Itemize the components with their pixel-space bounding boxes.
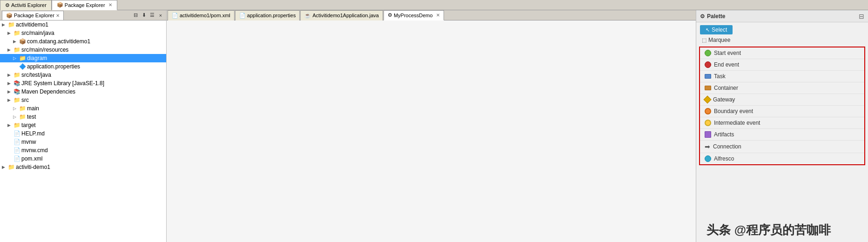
label-pom: pom.xml [21, 155, 42, 162]
start-event-icon [705, 50, 711, 56]
label-diagram: diagram [27, 55, 47, 61]
arrow-com-datang: ▶ [13, 39, 18, 44]
palette-select-button[interactable]: ↖ Select [700, 25, 733, 34]
sidebar-package-label: Package Explorer [14, 13, 54, 18]
icon-jre: 📚 [13, 80, 20, 87]
top-tab-bar: ⚙ Activiti Explorer 📦 Package Explorer ✕ [0, 0, 868, 10]
palette-item-gateway[interactable]: Gateway [700, 94, 864, 106]
palette-item-artifacts[interactable]: Artifacts [700, 129, 864, 141]
collapse-icon[interactable]: ⊟ [132, 12, 139, 19]
boundary-event-icon [705, 108, 711, 114]
icon-target: 📁 [13, 122, 20, 128]
sidebar-tree: ▶ 📁 activitidemo1 ▶ 📁 src/main/java ▶ 📦 … [0, 20, 166, 242]
editor-area: 📄 activitidemo1/pom.xml 📄 application.pr… [167, 10, 696, 242]
editor-tab-app-java[interactable]: ☕ Activitidemo1Application.java [300, 10, 383, 20]
label-jre: JRE System Library [JavaSE-1.8] [21, 80, 104, 87]
tree-item-src-main-java[interactable]: ▶ 📁 src/main/java [0, 29, 166, 37]
palette-item-task[interactable]: Task [700, 71, 864, 82]
tree-item-pom[interactable]: 📄 pom.xml [0, 155, 166, 163]
tab-pom-label: activitidemo1/pom.xml [180, 13, 230, 18]
label-main: main [27, 105, 39, 112]
sidebar: 📦 Package Explorer ✕ ⊟ ⬇ ☰ × ▶ 📁 activit… [0, 10, 167, 242]
tree-item-application-props[interactable]: 🔷 application.properties [0, 62, 166, 71]
close-icon[interactable]: × [157, 12, 164, 19]
end-event-label: End event [714, 61, 739, 68]
alfresco-icon [705, 155, 711, 162]
icon-com-datang: 📦 [19, 38, 26, 45]
editor-tab-pom[interactable]: 📄 activitidemo1/pom.xml [168, 10, 235, 20]
cursor-icon: ↖ [706, 27, 710, 33]
icon-src: 📁 [13, 97, 20, 103]
tree-item-main[interactable]: ▷ 📁 main [0, 104, 166, 113]
editor-tabs-bar: 📄 activitidemo1/pom.xml 📄 application.pr… [167, 10, 696, 20]
palette-item-intermediate-event[interactable]: Intermediate event [700, 117, 864, 129]
tab-myprocess-label: MyProcessDemo [394, 13, 433, 18]
tree-item-com-datang[interactable]: ▶ 📦 com.datang.activitidemo1 [0, 37, 166, 46]
alfresco-label: Alfresco [714, 155, 734, 162]
sidebar-tab-package-explorer[interactable]: 📦 Package Explorer ✕ [2, 11, 64, 20]
tab-app-java-icon: ☕ [304, 13, 311, 19]
start-event-label: Start event [714, 50, 741, 56]
icon-maven: 📚 [13, 88, 20, 95]
palette-item-alfresco[interactable]: Alfresco [700, 153, 864, 164]
tree-item-src[interactable]: ▶ 📁 src [0, 96, 166, 104]
icon-mvnw: 📄 [13, 139, 20, 145]
boundary-event-label: Boundary event [714, 108, 753, 114]
tree-item-src-test-java[interactable]: ▶ 📁 src/test/java [0, 71, 166, 79]
editor-tab-myprocess[interactable]: ⚙ MyProcessDemo ✕ [384, 10, 444, 20]
tab-activiti-explorer[interactable]: ⚙ Activiti Explorer [0, 0, 52, 10]
task-icon [705, 74, 711, 79]
tab-pom-icon: 📄 [172, 13, 178, 19]
label-application-props: application.properties [27, 63, 80, 70]
palette-item-connection[interactable]: ➡ Connection [700, 141, 864, 153]
arrow-maven: ▶ [7, 89, 12, 94]
label-test: test [27, 114, 36, 120]
tree-item-help[interactable]: 📄 HELP.md [0, 129, 166, 138]
palette-item-end-event[interactable]: End event [700, 59, 864, 71]
sidebar-package-icon: 📦 [6, 13, 13, 19]
tab-myprocess-close[interactable]: ✕ [436, 13, 440, 18]
tree-item-test[interactable]: ▷ 📁 test [0, 113, 166, 121]
tab-app-java-label: Activitidemo1Application.java [312, 13, 378, 18]
tab-package-explorer[interactable]: 📦 Package Explorer ✕ [52, 0, 117, 10]
label-com-datang: com.datang.activitidemo1 [27, 38, 90, 45]
palette-item-boundary-event[interactable]: Boundary event [700, 106, 864, 117]
tree-item-target[interactable]: ▶ 📁 target [0, 121, 166, 129]
tree-item-src-main-resources[interactable]: ▶ 📁 src/main/resources [0, 46, 166, 54]
activiti-explorer-label: Activiti Explorer [11, 2, 47, 8]
tree-item-activitidemo1[interactable]: ▶ 📁 activitidemo1 [0, 20, 166, 29]
arrow-activitidemo1: ▶ [2, 22, 7, 27]
app-container: ⚙ Activiti Explorer 📦 Package Explorer ✕… [0, 0, 868, 242]
tree-item-diagram[interactable]: ▷ 📁 diagram [0, 54, 166, 62]
icon-activiti-demo1: 📁 [7, 164, 15, 170]
arrow-jre: ▶ [7, 81, 12, 86]
package-explorer-icon: 📦 [57, 2, 63, 8]
tree-item-mvnw[interactable]: 📄 mvnw [0, 138, 166, 146]
editor-tab-app-props[interactable]: 📄 application.properties [235, 10, 300, 20]
tree-item-activiti-demo1[interactable]: ▶ 📁 activiti-demo1 [0, 163, 166, 171]
tree-item-maven[interactable]: ▶ 📚 Maven Dependencies [0, 87, 166, 96]
menu-icon[interactable]: ☰ [148, 12, 156, 19]
palette-item-start-event[interactable]: Start event [700, 47, 864, 59]
package-explorer-close[interactable]: ✕ [108, 2, 112, 7]
sidebar-header: 📦 Package Explorer ✕ ⊟ ⬇ ☰ × [0, 10, 166, 20]
tab-myprocess-icon: ⚙ [388, 12, 392, 18]
tree-item-mvnw-cmd[interactable]: 📄 mvnw.cmd [0, 146, 166, 155]
palette-collapse-btn[interactable]: ⊟ [859, 13, 864, 20]
container-icon [705, 86, 711, 90]
tree-item-jre[interactable]: ▶ 📚 JRE System Library [JavaSE-1.8] [0, 79, 166, 87]
connection-label: Connection [713, 143, 741, 150]
icon-src-main-resources: 📁 [13, 47, 20, 53]
palette-title: Palette [707, 13, 725, 20]
palette-item-container[interactable]: Container [700, 82, 864, 94]
end-event-icon [705, 61, 711, 68]
palette-marquee-item[interactable]: ⬚ Marquee [696, 35, 868, 45]
sidebar-icons: ⊟ ⬇ ☰ × [132, 12, 164, 19]
expand-icon[interactable]: ⬇ [140, 12, 148, 19]
label-src-main-java: src/main/java [21, 30, 54, 36]
icon-src-test-java: 📁 [13, 72, 20, 78]
marquee-icon: ⬚ [702, 37, 707, 43]
sidebar-package-close[interactable]: ✕ [56, 13, 60, 18]
arrow-main: ▷ [13, 106, 18, 111]
icon-application-props: 🔷 [19, 63, 26, 70]
